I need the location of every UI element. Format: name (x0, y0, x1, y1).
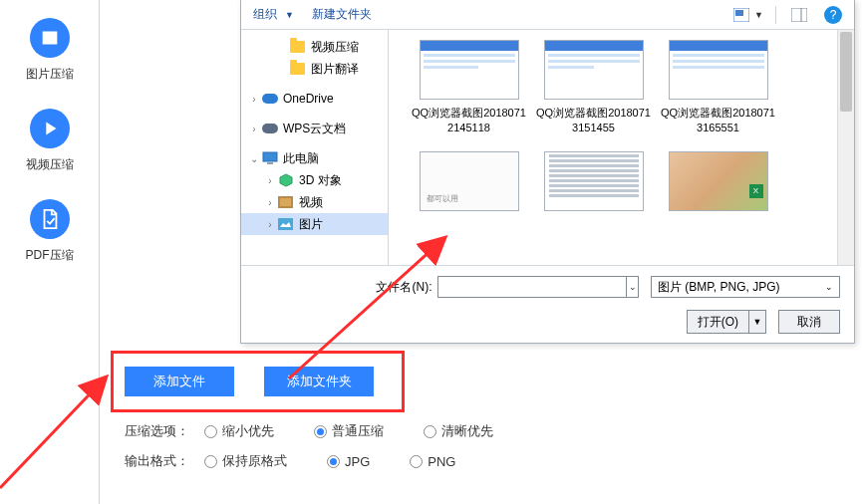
dialog-body: 视频压缩 图片翻译 › OneDrive › WPS云文档 ⌄ (241, 30, 854, 265)
new-folder-button[interactable]: 新建文件夹 (312, 6, 372, 23)
radio-clarity-first[interactable]: 清晰优先 (424, 422, 493, 440)
expand-icon[interactable]: › (263, 197, 277, 208)
expand-icon[interactable]: › (263, 175, 277, 186)
dialog-bottom-bar: 文件名(N): ⌄ 图片 (BMP, PNG, JPG) ⌄ 打开(O)▼ 取消 (241, 265, 854, 343)
pc-icon (261, 150, 278, 167)
svg-point-0 (44, 34, 47, 37)
file-thumbnail: X (669, 151, 768, 211)
dialog-toolbar: 组织 ▼ 新建文件夹 ▼ ? (241, 0, 854, 30)
filetype-text: 图片 (BMP, PNG, JPG) (658, 279, 779, 296)
svg-rect-9 (278, 218, 293, 230)
folder-icon (289, 39, 306, 56)
tree-item-wps-cloud[interactable]: › WPS云文档 (241, 118, 388, 139)
radio-shrink-first[interactable]: 缩小优先 (204, 422, 274, 440)
file-item[interactable]: X (656, 151, 780, 217)
file-thumbnail (669, 40, 768, 100)
video-folder-icon (277, 194, 294, 211)
file-thumbnail (544, 151, 644, 211)
file-name-label: QQ浏览器截图20180712145118 (410, 106, 529, 135)
tree-item-video-compress[interactable]: 视频压缩 (241, 36, 388, 58)
filename-input[interactable] (437, 276, 627, 298)
file-item[interactable]: 都可以用 (407, 151, 531, 217)
file-item[interactable] (531, 151, 656, 217)
file-item[interactable]: QQ浏览器截图20180712145118 (407, 40, 531, 135)
organize-menu[interactable]: 组织 (253, 6, 277, 23)
help-icon[interactable]: ? (824, 6, 842, 24)
svg-rect-6 (267, 162, 273, 164)
radio-png[interactable]: PNG (410, 454, 455, 469)
filetype-select[interactable]: 图片 (BMP, PNG, JPG) ⌄ (651, 276, 840, 298)
svg-rect-8 (280, 198, 291, 206)
cloud-icon (261, 91, 278, 108)
expand-icon[interactable]: › (247, 124, 261, 134)
tree-item-3d-objects[interactable]: › 3D 对象 (241, 169, 388, 191)
expand-icon[interactable]: › (247, 94, 261, 105)
cube-icon (277, 172, 294, 189)
pdf-icon (30, 199, 70, 239)
chevron-down-icon[interactable]: ▼ (749, 317, 765, 327)
file-item[interactable]: QQ浏览器截图20180713151455 (531, 40, 656, 135)
cloud-icon (261, 121, 278, 137)
pictures-folder-icon (277, 216, 294, 233)
svg-rect-2 (735, 10, 743, 16)
cancel-button[interactable]: 取消 (778, 310, 840, 334)
folder-icon (289, 61, 306, 78)
chevron-down-icon[interactable]: ▼ (754, 10, 763, 20)
image-icon (30, 18, 70, 58)
file-thumbnail (420, 40, 519, 100)
add-buttons-group: 添加文件 添加文件夹 (125, 367, 374, 396)
vertical-scrollbar[interactable] (837, 30, 854, 265)
file-list-pane: QQ浏览器截图20180712145118 QQ浏览器截图20180713151… (389, 30, 854, 265)
svg-rect-3 (791, 8, 807, 22)
add-file-button[interactable]: 添加文件 (125, 367, 234, 396)
output-format-label: 输出格式： (125, 452, 204, 470)
file-item[interactable]: QQ浏览器截图20180713165551 (656, 40, 780, 135)
sidebar-item-video-compress[interactable]: 视频压缩 (0, 109, 99, 173)
output-format-row: 输出格式： 保持原格式 JPG PNG (125, 452, 533, 470)
file-thumbnail (544, 40, 644, 100)
filename-label: 文件名(N): (241, 279, 431, 296)
options-panel: 压缩选项： 缩小优先 普通压缩 清晰优先 输出格式： 保持原格式 JPG PNG (125, 422, 533, 482)
file-thumbnail: 都可以用 (420, 151, 519, 211)
tree-item-onedrive[interactable]: › OneDrive (241, 88, 388, 110)
expand-icon[interactable]: › (263, 219, 277, 230)
radio-normal-compress[interactable]: 普通压缩 (314, 422, 384, 440)
sidebar-item-label: PDF压缩 (26, 247, 74, 264)
add-folder-button[interactable]: 添加文件夹 (264, 367, 374, 396)
tree-item-videos[interactable]: › 视频 (241, 191, 388, 213)
compress-option-label: 压缩选项： (125, 422, 204, 440)
toolbar-separator (775, 6, 776, 24)
scrollbar-thumb[interactable] (840, 32, 852, 112)
open-button[interactable]: 打开(O)▼ (687, 310, 766, 334)
sidebar-item-image-compress[interactable]: 图片压缩 (0, 18, 99, 83)
sidebar-item-label: 视频压缩 (26, 156, 74, 173)
tree-item-image-translate[interactable]: 图片翻译 (241, 58, 388, 80)
app-sidebar: 图片压缩 视频压缩 PDF压缩 (0, 0, 100, 504)
folder-tree: 视频压缩 图片翻译 › OneDrive › WPS云文档 ⌄ (241, 30, 389, 265)
radio-keep-format[interactable]: 保持原格式 (204, 452, 287, 470)
filename-dropdown-icon[interactable]: ⌄ (627, 276, 639, 298)
sidebar-item-label: 图片压缩 (26, 66, 74, 83)
preview-pane-button[interactable] (788, 4, 810, 26)
radio-jpg[interactable]: JPG (327, 454, 370, 469)
view-mode-button[interactable] (730, 4, 752, 26)
sidebar-item-pdf-compress[interactable]: PDF压缩 (0, 199, 99, 264)
tree-item-this-pc[interactable]: ⌄ 此电脑 (241, 147, 388, 169)
tree-item-pictures[interactable]: › 图片 (241, 213, 388, 235)
compress-option-row: 压缩选项： 缩小优先 普通压缩 清晰优先 (125, 422, 533, 440)
play-icon (30, 109, 70, 148)
svg-rect-5 (263, 152, 277, 161)
file-open-dialog: 组织 ▼ 新建文件夹 ▼ ? 视频压缩 图片翻译 (240, 0, 855, 344)
file-name-label: QQ浏览器截图20180713151455 (534, 106, 654, 135)
chevron-down-icon: ⌄ (825, 282, 833, 292)
file-name-label: QQ浏览器截图20180713165551 (659, 106, 778, 135)
collapse-icon[interactable]: ⌄ (247, 153, 261, 164)
chevron-down-icon: ▼ (285, 10, 294, 20)
